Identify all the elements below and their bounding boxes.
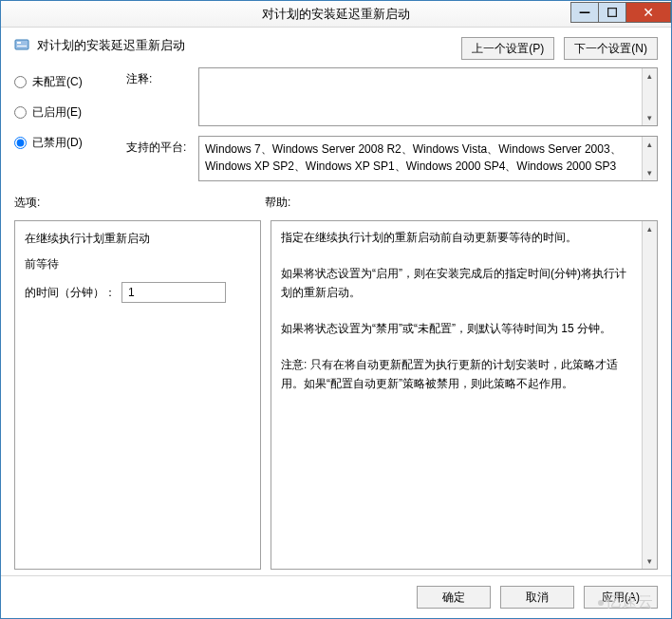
help-p4: 注意: 只有在将自动更新配置为执行更新的计划安装时，此策略才适用。如果“配置自动… (281, 356, 632, 392)
ok-button[interactable]: 确定 (417, 586, 491, 609)
comment-row: 注释: ▴ ▾ (126, 67, 658, 126)
help-box: 指定在继续执行计划的重新启动前自动更新要等待的时间。 如果将状态设置为“启用”，… (271, 220, 658, 570)
scroll-up-icon[interactable]: ▴ (643, 137, 657, 152)
platforms-box: Windows 7、Windows Server 2008 R2、Windows… (198, 136, 658, 181)
maximize-icon (607, 8, 617, 17)
svg-rect-2 (17, 42, 21, 44)
dialog-footer: 确定 取消 应用(A) (1, 575, 671, 618)
lower-section: 在继续执行计划重新启动 前等待 的时间（分钟）： ▴ ▾ 指定在继续执行计划的重… (1, 215, 671, 575)
scroll-down-icon[interactable]: ▾ (643, 110, 657, 125)
radio-not-configured[interactable] (14, 76, 27, 88)
radio-disabled[interactable] (14, 137, 27, 149)
platforms-row: 支持的平台: Windows 7、Windows Server 2008 R2、… (126, 136, 658, 181)
cancel-button[interactable]: 取消 (500, 586, 574, 609)
state-radios: 未配置(C) 已启用(E) 已禁用(D) (14, 67, 117, 181)
options-label: 选项: (14, 195, 265, 211)
radio-not-configured-label[interactable]: 未配置(C) (32, 74, 83, 90)
minimize-button[interactable]: — (570, 2, 599, 23)
header: 对计划的安装延迟重新启动 上一个设置(P) 下一个设置(N) (1, 28, 671, 67)
options-box: 在继续执行计划重新启动 前等待 的时间（分钟）： ▴ ▾ (14, 220, 261, 570)
scroll-up-icon[interactable]: ▴ (643, 68, 657, 84)
apply-button[interactable]: 应用(A) (584, 586, 658, 609)
lower-labels: 选项: 帮助: (1, 187, 671, 215)
upper-section: 未配置(C) 已启用(E) 已禁用(D) 注释: ▴ ▾ (1, 67, 671, 187)
dialog-window: 对计划的安装延迟重新启动 — ✕ 对计划的安装延迟重新启动 上一个设置(P) 下… (0, 0, 672, 619)
minutes-label: 的时间（分钟）： (25, 285, 116, 301)
comment-label: 注释: (126, 67, 191, 87)
options-text-line1: 在继续执行计划重新启动 (25, 231, 251, 247)
platforms-scrollbar[interactable]: ▴ ▾ (642, 137, 657, 180)
radio-enabled-label[interactable]: 已启用(E) (32, 104, 82, 121)
minutes-input[interactable] (122, 283, 276, 302)
radio-disabled-label[interactable]: 已禁用(D) (32, 135, 83, 151)
help-label: 帮助: (265, 195, 658, 211)
window-controls: — ✕ (571, 2, 671, 23)
comment-text (199, 68, 642, 125)
comment-scrollbar[interactable]: ▴ ▾ (642, 68, 657, 125)
comment-textarea[interactable]: ▴ ▾ (198, 67, 658, 126)
minutes-row: 的时间（分钟）： ▴ ▾ (25, 282, 251, 303)
radio-enabled[interactable] (14, 106, 27, 119)
policy-title: 对计划的安装延迟重新启动 (37, 37, 185, 54)
help-p2: 如果将状态设置为“启用”，则在安装完成后的指定时间(分钟)将执行计划的重新启动。 (281, 265, 632, 301)
platforms-label: 支持的平台: (126, 136, 191, 156)
help-scrollbar[interactable]: ▴ ▾ (642, 221, 657, 569)
scroll-down-icon[interactable]: ▾ (643, 553, 657, 569)
scroll-track[interactable] (643, 236, 657, 553)
options-text-line2: 前等待 (25, 256, 251, 272)
scroll-down-icon[interactable]: ▾ (643, 165, 657, 180)
help-p3: 如果将状态设置为“禁用”或“未配置”，则默认等待时间为 15 分钟。 (281, 320, 632, 338)
svg-rect-0 (608, 9, 617, 17)
svg-rect-3 (17, 46, 27, 47)
titlebar: 对计划的安装延迟重新启动 — ✕ (1, 1, 671, 28)
previous-setting-button[interactable]: 上一个设置(P) (461, 37, 554, 60)
help-text: 指定在继续执行计划的重新启动前自动更新要等待的时间。 如果将状态设置为“启用”，… (271, 221, 642, 569)
help-p1: 指定在继续执行计划的重新启动前自动更新要等待的时间。 (281, 229, 632, 247)
policy-icon (14, 37, 29, 52)
upper-right: 注释: ▴ ▾ 支持的平台: Windows 7、Windows Server … (126, 67, 658, 181)
nav-buttons: 上一个设置(P) 下一个设置(N) (461, 37, 658, 60)
maximize-button[interactable] (598, 2, 626, 23)
minutes-spinner[interactable]: ▴ ▾ (121, 282, 226, 303)
next-setting-button[interactable]: 下一个设置(N) (564, 37, 658, 60)
svg-rect-1 (15, 40, 28, 49)
close-button[interactable]: ✕ (625, 2, 671, 23)
scroll-track[interactable] (643, 84, 657, 110)
scroll-track[interactable] (643, 152, 657, 165)
platforms-text: Windows 7、Windows Server 2008 R2、Windows… (199, 137, 642, 180)
scroll-up-icon[interactable]: ▴ (643, 221, 657, 236)
